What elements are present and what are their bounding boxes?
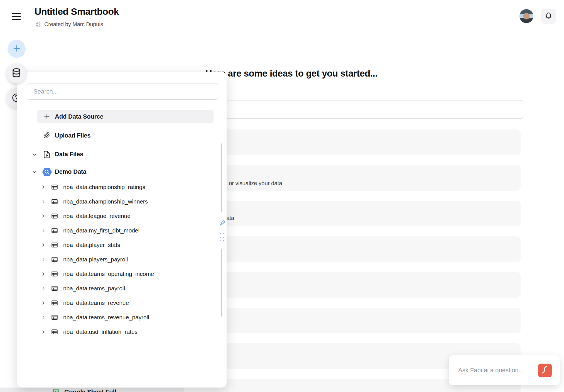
- chevron-right-icon[interactable]: [41, 199, 46, 205]
- table-row[interactable]: nba_data.teams_revenue: [17, 296, 227, 310]
- chevron-right-icon[interactable]: [41, 271, 46, 278]
- chevron-down-icon[interactable]: [31, 151, 38, 159]
- chevron-right-icon[interactable]: [41, 329, 46, 336]
- table-name: nba_data.teams_operating_income: [63, 271, 154, 277]
- idea-card[interactable]: [184, 308, 521, 333]
- byline-row: Created by Marc Dupuis: [35, 21, 103, 28]
- chevron-right-icon[interactable]: [41, 286, 46, 292]
- fabi-logo-icon: [539, 364, 551, 377]
- chevron-right-icon[interactable]: [41, 228, 46, 234]
- page-title: Untitled Smartbook: [35, 6, 119, 17]
- table-row[interactable]: nba_data.player_stats: [17, 238, 227, 252]
- table-row[interactable]: nba_data.teams_operating_income: [17, 267, 227, 281]
- file-upload-icon: [43, 151, 51, 160]
- idea-card-text: or visualize your data: [229, 180, 282, 187]
- ask-fabi-input[interactable]: [458, 355, 533, 385]
- table-icon: [51, 183, 58, 192]
- idea-card[interactable]: ata: [184, 201, 521, 226]
- idea-card[interactable]: [184, 272, 521, 298]
- table-icon: [51, 227, 58, 235]
- drag-handle-icon[interactable]: [220, 233, 225, 242]
- notifications-button[interactable]: [541, 9, 556, 24]
- add-cell-button[interactable]: [8, 40, 26, 58]
- table-icon: [51, 314, 58, 322]
- table-row[interactable]: nba_data.league_revenue: [17, 209, 227, 223]
- table-icon: [51, 198, 58, 206]
- chevron-right-icon[interactable]: [41, 257, 46, 263]
- app-root: Untitled Smartbook Created by Marc Dupui…: [0, 0, 564, 392]
- tree-group-data-files[interactable]: Data Files: [17, 148, 227, 161]
- plus-icon: [43, 113, 50, 121]
- data-files-label: Data Files: [55, 151, 83, 158]
- table-row[interactable]: nba_data.usd_inflation_rates: [17, 325, 227, 339]
- table-icon: [51, 256, 58, 264]
- table-name: nba_data.usd_inflation_rates: [63, 329, 138, 335]
- table-row[interactable]: nba_data.players_payroll: [17, 252, 227, 267]
- table-name: nba_data.teams_revenue_payroll: [63, 314, 149, 321]
- table-name: nba_data.championship_winners: [63, 198, 148, 205]
- idea-card[interactable]: [184, 236, 521, 262]
- idea-card-visualize[interactable]: or visualize your data: [184, 165, 521, 191]
- table-name: nba_data.teams_revenue: [63, 300, 129, 306]
- ideas-heading: Here are some ideas to get you started..…: [205, 68, 377, 79]
- ask-fabi-bar: [449, 355, 560, 385]
- upload-files-button[interactable]: Upload Files: [37, 128, 214, 143]
- idea-card[interactable]: [184, 129, 521, 155]
- table-icon: [51, 328, 58, 337]
- demo-data-label: Demo Data: [55, 168, 86, 175]
- table-name: nba_data.players_payroll: [63, 256, 128, 263]
- table-row[interactable]: nba_data.my_first_dbt_model: [17, 223, 227, 238]
- data-sources-panel: Add Data Source Upload Files: [17, 72, 227, 388]
- table-icon: [51, 241, 58, 250]
- table-icon: [51, 270, 58, 279]
- smartbook-atom-icon: [35, 21, 41, 28]
- panel-resize-handle[interactable]: [221, 249, 222, 317]
- user-avatar[interactable]: [519, 9, 533, 23]
- chevron-right-icon[interactable]: [41, 315, 46, 321]
- table-name: nba_data.league_revenue: [63, 213, 131, 219]
- chevron-right-icon[interactable]: [41, 213, 46, 220]
- upload-files-label: Upload Files: [55, 132, 90, 139]
- table-icon: [51, 285, 58, 293]
- paperclip-icon: [43, 132, 50, 139]
- hamburger-menu-icon[interactable]: [11, 12, 22, 22]
- add-data-source-label: Add Data Source: [55, 113, 103, 120]
- table-icon: [51, 212, 58, 221]
- table-name: nba_data.my_first_dbt_model: [63, 227, 139, 234]
- database-icon: [11, 68, 22, 79]
- table-name: nba_data.player_stats: [63, 242, 120, 248]
- plus-icon: [13, 44, 21, 53]
- table-row[interactable]: nba_data.championship_ratings: [17, 180, 227, 194]
- add-data-source-button[interactable]: Add Data Source: [37, 110, 214, 123]
- bell-icon: [545, 12, 552, 21]
- table-row[interactable]: nba_data.teams_revenue_payroll: [17, 310, 227, 325]
- tree-group-demo-data[interactable]: Demo Data: [17, 165, 227, 179]
- panel-resize-handle[interactable]: [221, 143, 222, 212]
- table-row[interactable]: nba_data.teams_payroll: [17, 281, 227, 296]
- chevron-right-icon[interactable]: [41, 242, 46, 249]
- search-input[interactable]: [27, 84, 218, 100]
- byline-text: Created by Marc Dupuis: [44, 21, 103, 28]
- prompt-input-box[interactable]: [184, 100, 523, 119]
- table-row[interactable]: nba_data.championship_winners: [17, 194, 227, 209]
- idea-card-text-fragment: ata: [226, 215, 234, 221]
- table-name: nba_data.teams_payroll: [63, 285, 125, 292]
- table-name: nba_data.championship_ratings: [63, 184, 145, 190]
- bigquery-icon: [42, 167, 52, 178]
- chevron-down-icon[interactable]: [31, 169, 38, 176]
- google-sheet-label: Google Sheet Full: [64, 388, 116, 392]
- chevron-right-icon[interactable]: [41, 300, 46, 307]
- chevron-right-icon[interactable]: [41, 184, 46, 191]
- fabi-send-button[interactable]: [538, 364, 552, 377]
- table-icon: [51, 299, 58, 308]
- google-sheet-icon: [52, 388, 60, 392]
- data-sources-button[interactable]: [6, 63, 26, 83]
- pin-panel-icon[interactable]: [218, 219, 227, 227]
